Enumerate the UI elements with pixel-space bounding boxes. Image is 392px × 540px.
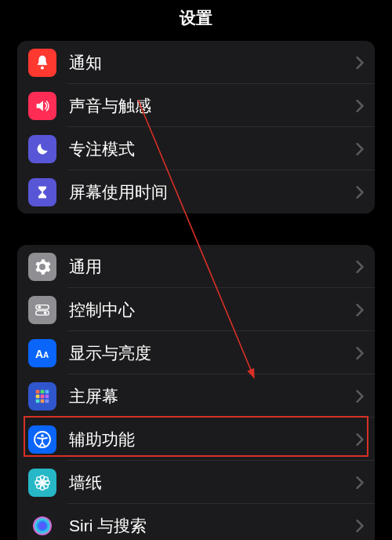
- moon-icon: [28, 135, 56, 163]
- svg-text:A: A: [35, 348, 43, 360]
- row-notifications[interactable]: 通知: [17, 41, 375, 84]
- chevron-right-icon: [356, 57, 364, 69]
- settings-content: 通知 声音与触感 专注模式: [0, 41, 392, 540]
- chevron-right-icon: [356, 433, 364, 446]
- svg-rect-7: [36, 389, 40, 393]
- row-display[interactable]: AA 显示与亮度: [17, 331, 375, 374]
- chevron-right-icon: [356, 261, 364, 273]
- svg-rect-14: [41, 399, 45, 403]
- row-label: Siri 与搜索: [69, 515, 356, 537]
- chevron-right-icon: [356, 100, 364, 112]
- svg-point-0: [41, 66, 44, 69]
- row-screentime[interactable]: 屏幕使用时间: [17, 170, 375, 213]
- svg-point-2: [38, 305, 42, 308]
- svg-point-18: [41, 480, 45, 484]
- person-circle-icon: [28, 425, 56, 454]
- row-label: 屏幕使用时间: [69, 181, 356, 203]
- svg-text:A: A: [43, 351, 49, 359]
- row-label: 控制中心: [69, 299, 356, 321]
- svg-point-27: [33, 516, 52, 535]
- svg-rect-13: [36, 399, 40, 403]
- svg-rect-11: [41, 394, 45, 398]
- grid-icon: [28, 382, 56, 410]
- gear-icon: [28, 253, 56, 281]
- row-label: 墙纸: [69, 472, 356, 494]
- row-label: 主屏幕: [69, 385, 356, 407]
- chevron-right-icon: [356, 186, 364, 199]
- row-wallpaper[interactable]: 墙纸: [17, 461, 375, 504]
- row-accessibility[interactable]: 辅助功能: [17, 418, 375, 461]
- row-focus[interactable]: 专注模式: [17, 127, 375, 170]
- aa-icon: AA: [28, 339, 56, 367]
- chevron-right-icon: [356, 520, 364, 532]
- flower-icon: [28, 469, 56, 497]
- settings-group-1: 通知 声音与触感 专注模式: [17, 41, 375, 213]
- svg-rect-9: [45, 389, 49, 393]
- chevron-right-icon: [356, 390, 364, 403]
- speaker-icon: [28, 92, 56, 120]
- svg-rect-12: [45, 394, 49, 398]
- row-label: 通用: [69, 256, 356, 278]
- row-label: 显示与亮度: [69, 342, 356, 364]
- svg-rect-15: [45, 399, 49, 403]
- row-label: 声音与触感: [69, 95, 356, 117]
- chevron-right-icon: [356, 476, 364, 489]
- chevron-right-icon: [356, 143, 364, 155]
- row-label: 辅助功能: [69, 429, 356, 451]
- chevron-right-icon: [356, 304, 364, 316]
- row-control-center[interactable]: 控制中心: [17, 288, 375, 331]
- page-title: 设置: [180, 7, 212, 29]
- chevron-right-icon: [356, 347, 364, 359]
- svg-point-4: [44, 311, 47, 314]
- row-siri[interactable]: Siri 与搜索: [17, 504, 375, 540]
- svg-rect-10: [36, 394, 40, 398]
- svg-point-17: [41, 434, 44, 437]
- header: 设置: [0, 0, 392, 36]
- switches-icon: [28, 296, 56, 324]
- bell-icon: [28, 49, 56, 77]
- row-label: 通知: [69, 52, 356, 74]
- svg-rect-1: [36, 305, 49, 309]
- row-home-screen[interactable]: 主屏幕: [17, 374, 375, 418]
- siri-icon: [28, 512, 56, 540]
- settings-group-2: 通用 控制中心 AA 显示与亮度: [17, 245, 375, 540]
- row-label: 专注模式: [69, 138, 356, 160]
- svg-rect-8: [41, 389, 45, 393]
- row-general[interactable]: 通用: [17, 245, 375, 288]
- row-sounds[interactable]: 声音与触感: [17, 84, 375, 127]
- hourglass-icon: [28, 178, 56, 206]
- svg-rect-3: [36, 310, 49, 315]
